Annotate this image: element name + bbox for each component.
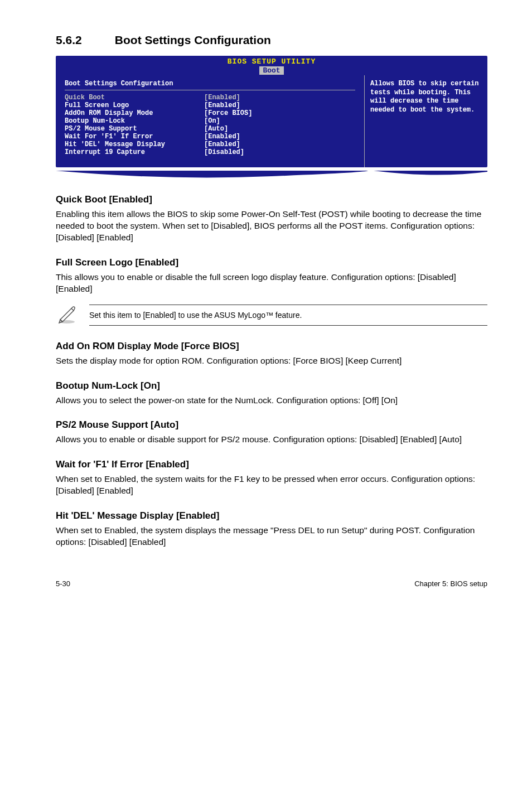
heading-hit-del: Hit 'DEL' Message Display [Enabled] bbox=[56, 510, 487, 521]
heading-numlock: Bootup Num-Lock [On] bbox=[56, 380, 487, 392]
bios-panel-heading: Boot Settings Configuration bbox=[65, 80, 355, 90]
bios-setting-row: Bootup Num-Lock[On] bbox=[65, 117, 355, 125]
bios-help-panel: Allows BIOS to skip certain tests while … bbox=[364, 75, 487, 167]
body-addon: Sets the display mode for option ROM. Co… bbox=[56, 355, 487, 367]
body-full-screen: This allows you to enable or disable the… bbox=[56, 272, 487, 295]
bios-setting-row: Full Screen Logo[Enabled] bbox=[65, 102, 355, 109]
bios-screenshot: BIOS SETUP UTILITY Boot Boot Settings Co… bbox=[56, 56, 487, 167]
bios-setting-value: [Force BIOS] bbox=[204, 109, 252, 117]
bios-setting-label: Hit 'DEL' Message Display bbox=[65, 141, 204, 148]
heading-wait-f1: Wait for 'F1' If Error [Enabled] bbox=[56, 459, 487, 470]
bios-left-panel: Boot Settings Configuration Quick Boot[E… bbox=[56, 75, 364, 167]
section-number: 5.6.2 bbox=[56, 33, 112, 47]
footer-page-number: 5-30 bbox=[56, 579, 70, 588]
bios-setting-label: Wait For 'F1' If Error bbox=[65, 133, 204, 141]
bios-setting-row: Hit 'DEL' Message Display[Enabled] bbox=[65, 141, 355, 148]
bios-setting-label: AddOn ROM Display Mode bbox=[65, 109, 204, 117]
bios-help-text: Allows BIOS to skip certain tests while … bbox=[370, 80, 482, 114]
bios-title-bar: BIOS SETUP UTILITY Boot bbox=[56, 56, 487, 75]
bios-bottom-curve bbox=[56, 171, 487, 181]
bios-setting-value: [Disabled] bbox=[204, 148, 244, 156]
bios-rows-container: Quick Boot[Enabled]Full Screen Logo[Enab… bbox=[65, 94, 355, 156]
note-pencil-icon bbox=[56, 303, 89, 327]
bios-setting-label: Quick Boot bbox=[65, 94, 204, 102]
body-wait-f1: When set to Enabled, the system waits fo… bbox=[56, 474, 487, 497]
heading-ps2: PS/2 Mouse Support [Auto] bbox=[56, 419, 487, 431]
bios-title-text: BIOS SETUP UTILITY bbox=[56, 57, 487, 66]
note-box: Set this item to [Enabled] to use the AS… bbox=[56, 303, 487, 327]
bios-setting-value: [Enabled] bbox=[204, 94, 240, 102]
page-footer: 5-30 Chapter 5: BIOS setup bbox=[56, 576, 487, 588]
section-title-text: Boot Settings Configuration bbox=[115, 33, 271, 46]
body-hit-del: When set to Enabled, the system displays… bbox=[56, 525, 487, 548]
bios-setting-value: [Enabled] bbox=[204, 133, 240, 141]
bios-setting-value: [On] bbox=[204, 117, 220, 125]
section-heading: 5.6.2 Boot Settings Configuration bbox=[56, 33, 487, 47]
bios-setting-row: Quick Boot[Enabled] bbox=[65, 94, 355, 102]
bios-setting-row: Wait For 'F1' If Error[Enabled] bbox=[65, 133, 355, 141]
bios-setting-row: PS/2 Mouse Support[Auto] bbox=[65, 125, 355, 133]
bios-setting-row: Interrupt 19 Capture[Disabled] bbox=[65, 148, 355, 156]
body-quick-boot: Enabling this item allows the BIOS to sk… bbox=[56, 209, 487, 244]
body-ps2: Allows you to enable or disable support … bbox=[56, 434, 487, 446]
heading-addon: Add On ROM Display Mode [Force BIOS] bbox=[56, 341, 487, 352]
note-text: Set this item to [Enabled] to use the AS… bbox=[89, 305, 487, 326]
bios-setting-label: PS/2 Mouse Support bbox=[65, 125, 204, 133]
bios-setting-label: Interrupt 19 Capture bbox=[65, 148, 204, 156]
bios-setting-label: Bootup Num-Lock bbox=[65, 117, 204, 125]
footer-chapter: Chapter 5: BIOS setup bbox=[414, 579, 487, 588]
bios-setting-value: [Enabled] bbox=[204, 102, 240, 109]
bios-setting-value: [Enabled] bbox=[204, 141, 240, 148]
bios-setting-value: [Auto] bbox=[204, 125, 228, 133]
bios-setting-label: Full Screen Logo bbox=[65, 102, 204, 109]
bios-setting-row: AddOn ROM Display Mode[Force BIOS] bbox=[65, 109, 355, 117]
heading-quick-boot: Quick Boot [Enabled] bbox=[56, 194, 487, 205]
body-numlock: Allows you to select the power-on state … bbox=[56, 395, 487, 407]
bios-tab-boot: Boot bbox=[259, 66, 283, 75]
heading-full-screen: Full Screen Logo [Enabled] bbox=[56, 257, 487, 268]
